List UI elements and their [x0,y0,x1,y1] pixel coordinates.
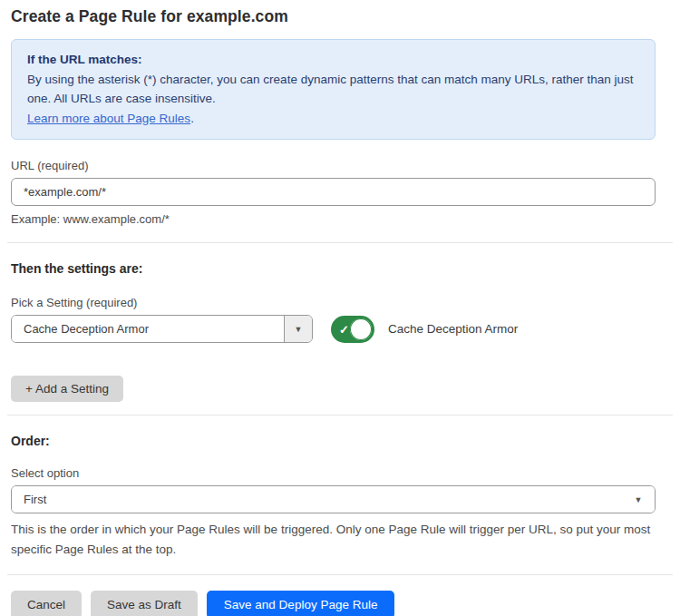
url-match-info-box: If the URL matches: By using the asteris… [11,39,656,140]
info-box-link-line: Learn more about Page Rules. [27,109,639,129]
order-select-value: First [12,486,622,513]
setting-select-value: Cache Deception Armor [12,316,284,342]
url-helper-text: Example: www.example.com/* [11,212,656,226]
toggle-label: Cache Deception Armor [388,322,518,336]
settings-section-heading: Then the settings are: [11,261,656,276]
url-field-label: URL (required) [11,159,656,172]
setting-select[interactable]: Cache Deception Armor ▼ [11,315,313,343]
section-divider [7,574,673,575]
save-and-deploy-button[interactable]: Save and Deploy Page Rule [207,591,395,616]
cache-deception-armor-toggle[interactable]: ✓ [331,316,374,343]
check-icon: ✓ [339,322,349,336]
order-section-heading: Order: [11,434,656,448]
info-box-body: By using the asterisk (*) character, you… [27,70,639,109]
footer-actions: Cancel Save as Draft Save and Deploy Pag… [11,591,656,616]
link-period: . [190,112,194,125]
section-divider [7,242,673,243]
pick-setting-label: Pick a Setting (required) [11,296,656,309]
add-setting-button[interactable]: + Add a Setting [11,376,123,402]
setting-select-arrow-button[interactable]: ▼ [284,316,312,342]
page-title: Create a Page Rule for example.com [11,0,656,26]
url-input[interactable] [11,178,656,206]
learn-more-link[interactable]: Learn more about Page Rules [27,112,190,125]
order-select[interactable]: First ▼ [11,485,656,513]
save-as-draft-button[interactable]: Save as Draft [91,591,198,616]
order-select-label: Select option [11,466,656,480]
order-helper-text: This is the order in which your Page Rul… [11,520,656,559]
cancel-button[interactable]: Cancel [11,591,82,616]
section-divider [7,415,673,416]
chevron-down-icon: ▼ [622,486,655,513]
toggle-knob [350,318,372,340]
create-page-rule-panel: Create a Page Rule for example.com If th… [0,0,680,616]
chevron-down-icon: ▼ [295,325,303,334]
info-box-heading: If the URL matches: [27,50,639,70]
setting-row: Cache Deception Armor ▼ ✓ Cache Deceptio… [11,315,656,343]
